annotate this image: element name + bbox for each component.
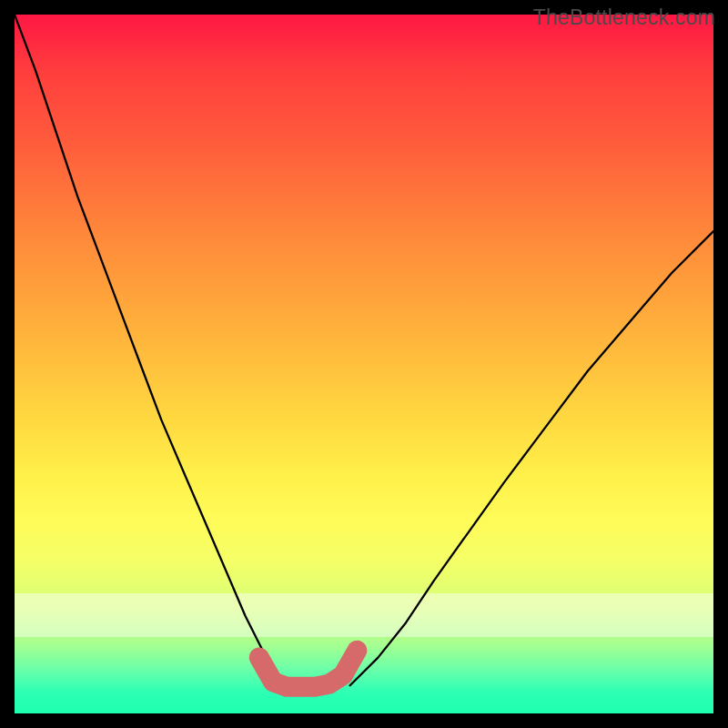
curve-right-arm	[350, 231, 713, 685]
curve-left-arm	[15, 15, 280, 685]
chart-stage: TheBottleneck.com	[0, 0, 728, 728]
plot-area	[15, 15, 713, 713]
plot-svg	[15, 15, 713, 713]
watermark-label: TheBottleneck.com	[533, 5, 715, 30]
bowl-highlight	[259, 651, 358, 687]
